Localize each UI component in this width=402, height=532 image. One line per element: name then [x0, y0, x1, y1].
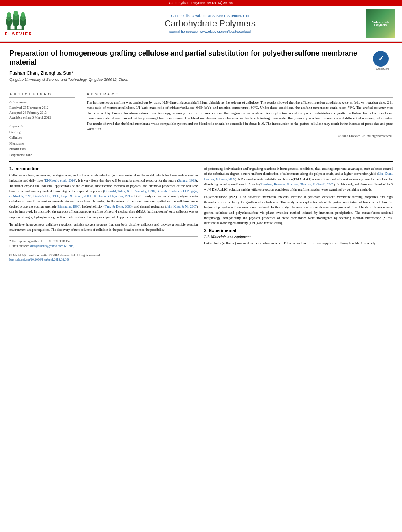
main-left-col: 1. Introduction Cellulose is cheap, rene…: [9, 166, 198, 261]
article-title-section: Preparation of homogeneous grafting cell…: [9, 49, 393, 85]
section1-right-para2: Polyethersulfone (PES) is an attractive …: [204, 195, 393, 226]
keyword-cellulose: Cellulose: [9, 135, 75, 140]
article-info-label: A R T I C L E I N F O: [9, 92, 75, 98]
ref-gosh: Gosh & Dev, 1996: [33, 194, 59, 198]
main-right-col: of performing derivatization and/or graf…: [204, 166, 393, 261]
article-container: Preparation of homogeneous grafting cell…: [0, 43, 402, 268]
journal-volume-info: Carbohydrate Polymers 95 (2013) 85–90: [0, 0, 402, 6]
journal-cover-text: CarbohydratePolymers: [370, 19, 391, 28]
main-content: 1. Introduction Cellulose is cheap, rene…: [9, 161, 393, 261]
section1-para1: Cellulose is cheap, renewable, biodegrad…: [9, 173, 198, 220]
abstract-text: The homogeneous grafting was carried out…: [87, 100, 393, 132]
article-authors: Fushan Chen, Zhonghua Sun*: [9, 70, 369, 76]
ref-gupta: Gupta & Sujata, 2000: [61, 194, 91, 198]
homepage-label: journal homepage:: [169, 30, 199, 33]
ref-biermann: Biermann, 1996: [57, 204, 79, 208]
email-value: zhanghuasun@yahoo.com (Z. Sun).: [30, 244, 75, 248]
article-footer: * Corresponding author. Tel.: +86 138633…: [9, 236, 198, 248]
ref-yang: Yang & Deng, 2008: [104, 204, 131, 208]
accepted-date: Accepted 26 February 2013: [9, 110, 75, 115]
section1-para2: To achieve homogeneous cellulose reactio…: [9, 222, 198, 232]
crossmark-icon: ✓: [373, 51, 389, 67]
journal-logo-right: CarbohydratePolymers: [366, 9, 397, 38]
ref-jain: Jain, Xiao, & Ni, 2007: [166, 204, 197, 208]
keywords-section: Keywords: Grafting Cellulose Membrane Su…: [9, 124, 75, 158]
footer-bottom: 0144-8617/$ – see front matter © 2013 El…: [9, 252, 198, 257]
footnote-email: E-mail address: zhanghuasun@yahoo.com (Z…: [9, 244, 198, 248]
abstract-label: A B S T R A C T: [87, 92, 393, 98]
abstract-section: The homogeneous grafting was carried out…: [87, 100, 393, 138]
abstract-column: A B S T R A C T The homogeneous grafting…: [87, 92, 393, 158]
ref-lin: Lin, Zhan, Liu, Fu, & Lucia, 2009: [204, 172, 393, 181]
sciverse-link: Contents lists available at SciVerse Sci…: [54, 14, 366, 18]
keyword-grafting: Grafting: [9, 129, 75, 135]
article-info-column: A R T I C L E I N F O Article history: R…: [9, 92, 80, 158]
keyword-polyethersulfone: Polyethersulfone: [9, 152, 75, 158]
journal-header: Carbohydrate Polymers 95 (2013) 85–90 EL…: [0, 0, 402, 43]
ref-okielmen: Okielmen & Ogbeifun, 1996: [93, 194, 132, 198]
homepage-url[interactable]: www.elsevier.com/locate/carbpol: [200, 30, 251, 33]
doi-line[interactable]: http://dx.doi.org/10.1016/j.carbpol.2013…: [9, 258, 198, 261]
ref-elkhouly: El-Khouly et al., 2010: [45, 178, 75, 182]
journal-cover-image: CarbohydratePolymers: [366, 9, 395, 38]
issn-line: 0144-8617/$ – see front matter © 2013 El…: [9, 254, 101, 257]
sciverse-prefix: Contents lists available at: [171, 14, 211, 18]
sciverse-name[interactable]: SciVerse ScienceDirect: [212, 14, 249, 18]
svg-point-11: [21, 12, 25, 17]
journal-name-header: Carbohydrate Polymers: [54, 19, 366, 29]
history-label: Article history:: [9, 100, 75, 104]
section1-heading: 1. Introduction: [9, 166, 198, 171]
elsevier-logo: ELSEVIER: [5, 11, 48, 36]
main-two-col: 1. Introduction Cellulose is cheap, rene…: [9, 166, 393, 261]
crossmark-logo: ✓ CrossMark: [373, 51, 393, 70]
header-main-row: ELSEVIER Contents lists available at Sci…: [0, 6, 402, 42]
elsevier-wordmark: ELSEVIER: [5, 32, 48, 36]
copyright-line: © 2013 Elsevier Ltd. All rights reserved…: [87, 134, 393, 138]
ref-schurz: Schurz, 1999: [178, 178, 196, 182]
elsevier-tree-icon: [5, 11, 28, 31]
received-date: Received 23 November 2012: [9, 105, 75, 110]
article-info-abstract-row: A R T I C L E I N F O Article history: R…: [9, 88, 393, 158]
article-affiliation: Qingdao University of Science and Techno…: [9, 77, 369, 82]
keywords-label: Keywords:: [9, 124, 75, 128]
article-title: Preparation of homogeneous grafting cell…: [9, 49, 369, 67]
article-title-text: Preparation of homogeneous grafting cell…: [9, 49, 369, 85]
crossmark-label: CrossMark: [373, 67, 393, 70]
section2-1-heading: 2.1. Materials and equipment: [204, 235, 393, 239]
section2-heading: 2. Experimental: [204, 228, 393, 233]
footnote-star: * Corresponding author. Tel.: +86 138633…: [9, 239, 198, 244]
volume-info-text: Carbohydrate Polymers 95 (2013) 85–90: [169, 1, 233, 5]
ref-dessarld: Dessarld, Toher, & El-Arnaulty, 1998: [104, 189, 154, 193]
keyword-substitution: Substitution: [9, 146, 75, 152]
journal-info-center: Contents lists available at SciVerse Sci…: [54, 14, 366, 33]
email-label: E-mail address:: [9, 244, 29, 248]
ref-pottthast: Pottthast, Rosenau, Buchner, Thomas, & G…: [261, 182, 334, 186]
keyword-membrane: Membrane: [9, 141, 75, 146]
available-date: Available online 5 March 2013: [9, 115, 75, 120]
svg-point-3: [7, 12, 11, 17]
section2-para1: Cotton linter (cellulose) was used as th…: [204, 241, 393, 246]
article-history: Article history: Received 23 November 20…: [9, 100, 75, 120]
section1-right-para1: of performing derivatization and/or graf…: [204, 166, 393, 192]
journal-homepage: journal homepage: www.elsevier.com/locat…: [54, 30, 366, 33]
